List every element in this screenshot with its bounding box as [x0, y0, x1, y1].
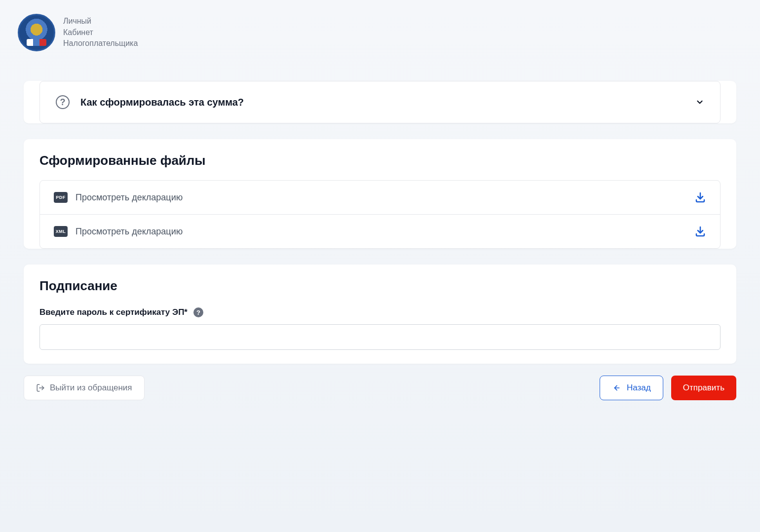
arrow-left-icon — [612, 384, 622, 392]
exit-button-label: Выйти из обращения — [50, 383, 132, 393]
pdf-badge-icon: PDF — [54, 192, 68, 203]
sum-explanation-toggle[interactable]: ? Как сформировалась эта сумма? — [39, 81, 721, 123]
back-button[interactable]: Назад — [600, 376, 663, 400]
header-line-3: Налогоплательщика — [63, 38, 138, 49]
file-label: Просмотреть декларацию — [76, 227, 183, 237]
back-button-label: Назад — [627, 383, 651, 393]
submit-button-label: Отправить — [683, 383, 724, 393]
chevron-down-icon — [695, 98, 704, 107]
file-row-xml[interactable]: XML Просмотреть декларацию — [40, 214, 720, 248]
file-label: Просмотреть декларацию — [76, 192, 183, 203]
help-icon[interactable]: ? — [193, 307, 203, 317]
footer-actions: Выйти из обращения Назад Отправить — [24, 376, 736, 400]
submit-button[interactable]: Отправить — [671, 376, 736, 400]
password-field-label: Введите пароль к сертификату ЭП* — [39, 307, 188, 317]
sum-explanation-card: ? Как сформировалась эта сумма? — [24, 81, 736, 123]
header-line-2: Кабинет — [63, 27, 138, 38]
signing-card: Подписание Введите пароль к сертификату … — [24, 265, 736, 364]
exit-icon — [36, 383, 45, 392]
question-icon: ? — [56, 95, 70, 109]
files-section-title: Сформированные файлы — [24, 139, 736, 168]
exit-button[interactable]: Выйти из обращения — [24, 376, 145, 400]
header-title: Личный Кабинет Налогоплательщика — [63, 16, 138, 49]
certificate-password-input[interactable] — [39, 324, 721, 350]
file-row-pdf[interactable]: PDF Просмотреть декларацию — [40, 181, 720, 214]
download-icon[interactable] — [694, 226, 706, 237]
fns-logo — [18, 14, 55, 51]
header-line-1: Личный — [63, 16, 138, 27]
file-list: PDF Просмотреть декларацию XML Просмотре… — [39, 180, 721, 249]
accordion-title: Как сформировалась эта сумма? — [80, 97, 244, 108]
download-icon[interactable] — [694, 191, 706, 203]
app-header: Личный Кабинет Налогоплательщика — [0, 0, 760, 65]
signing-section-title: Подписание — [39, 278, 721, 294]
generated-files-card: Сформированные файлы PDF Просмотреть дек… — [24, 139, 736, 249]
xml-badge-icon: XML — [54, 226, 68, 237]
